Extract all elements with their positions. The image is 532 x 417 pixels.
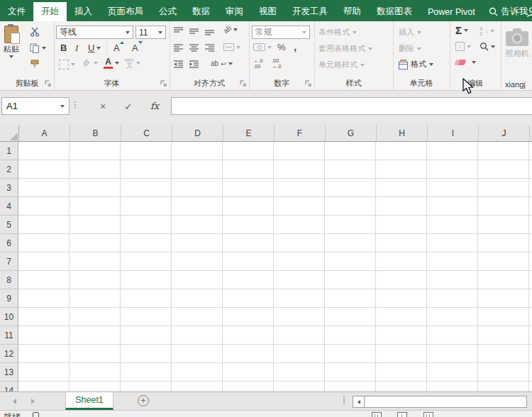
grid-cell[interactable] (121, 308, 172, 326)
name-box-caret[interactable] (60, 105, 65, 108)
grid-cell[interactable] (376, 160, 427, 179)
grid-cell[interactable] (427, 234, 478, 252)
grid-cell[interactable] (223, 216, 274, 234)
grid-cell[interactable] (172, 142, 223, 160)
font-size-combo[interactable]: 11 (135, 26, 166, 39)
grid-cell[interactable] (70, 197, 121, 216)
row-header-2[interactable]: 2 (0, 160, 18, 179)
grid-cell[interactable] (18, 234, 70, 252)
accounting-caret[interactable] (267, 46, 272, 49)
grid-cell[interactable] (70, 363, 121, 382)
grid-cell[interactable] (274, 160, 325, 179)
grid-cell[interactable] (427, 216, 478, 234)
grid-cell[interactable] (172, 289, 223, 308)
grid-cell[interactable] (325, 160, 376, 179)
orientation-button[interactable]: ab (223, 26, 238, 33)
grid-cell[interactable] (172, 345, 223, 363)
grid-cell[interactable] (223, 197, 274, 216)
percent-button[interactable]: % (277, 42, 286, 52)
font-size-caret[interactable] (158, 31, 162, 34)
grid-cell[interactable] (529, 308, 532, 326)
menu-tab-power-pivot[interactable]: Power Pivot (420, 2, 483, 21)
grid-cell[interactable] (478, 160, 529, 179)
grid-cell[interactable] (478, 382, 529, 391)
grid-cell[interactable] (478, 326, 529, 345)
grid-cell[interactable] (427, 271, 478, 289)
grid-cell[interactable] (325, 216, 376, 234)
menu-tab-file[interactable]: 文件 (0, 2, 33, 21)
grid-cell[interactable] (478, 308, 529, 326)
grid-cell[interactable] (325, 308, 376, 326)
number-format-caret[interactable] (302, 31, 306, 34)
grid-cell[interactable] (376, 289, 427, 308)
grid-cell[interactable] (223, 179, 274, 197)
grid-cell[interactable] (529, 363, 532, 382)
align-left-button[interactable] (174, 43, 183, 52)
row-header-14[interactable]: 14 (0, 382, 18, 391)
horizontal-scrollbar[interactable] (353, 396, 527, 408)
column-header-J[interactable]: J (479, 125, 530, 141)
number-dialog-launcher[interactable] (305, 80, 312, 87)
grid-cell[interactable] (376, 326, 427, 345)
grid-cell[interactable] (121, 142, 172, 160)
grid-cell[interactable] (121, 216, 172, 234)
grid-cell[interactable] (427, 252, 478, 271)
grid-cell[interactable] (223, 308, 274, 326)
column-header-H[interactable]: H (377, 125, 428, 141)
borders-caret[interactable] (71, 63, 75, 66)
grid-cell[interactable] (325, 271, 376, 289)
grid-cell[interactable] (529, 326, 532, 345)
grid-cell[interactable] (172, 382, 223, 391)
format-as-table-button[interactable]: 套用表格格式 (318, 43, 372, 54)
grid-cell[interactable] (121, 179, 172, 197)
cell-styles-caret[interactable] (360, 64, 365, 67)
format-cells-button[interactable]: 格式 (399, 59, 433, 70)
grid-cell[interactable] (121, 326, 172, 345)
menu-tab-formulas[interactable]: 公式 (151, 2, 184, 21)
enter-button[interactable]: ✓ (119, 97, 138, 115)
accounting-format-button[interactable] (253, 43, 272, 51)
find-caret[interactable] (491, 45, 495, 48)
align-center-button[interactable] (189, 43, 199, 52)
name-box[interactable]: A1 (1, 97, 70, 115)
tell-me-box[interactable]: 告诉我 (483, 2, 532, 21)
row-header-3[interactable]: 3 (0, 179, 18, 197)
row-header-12[interactable]: 12 (0, 345, 18, 363)
grid-cell[interactable] (325, 197, 376, 216)
merge-center-button[interactable] (223, 43, 240, 51)
grid-cell[interactable] (121, 363, 172, 382)
grid-cell[interactable] (18, 160, 70, 179)
user-icon[interactable] (526, 6, 532, 18)
grid-cell[interactable] (223, 160, 274, 179)
scroll-left-button[interactable] (353, 396, 365, 408)
grid-cell[interactable] (529, 234, 532, 252)
grid-cell[interactable] (529, 289, 532, 308)
grid-cell[interactable] (121, 271, 172, 289)
tab-scroll-splitter[interactable] (343, 396, 345, 404)
grid-cell[interactable] (18, 308, 70, 326)
grid-cell[interactable] (223, 326, 274, 345)
italic-button[interactable]: I (75, 43, 78, 54)
grid-cell[interactable] (70, 382, 121, 391)
grid-cell[interactable] (478, 289, 529, 308)
select-all-button[interactable] (0, 125, 19, 141)
number-format-combo[interactable]: 常规 (252, 26, 310, 39)
grid-cell[interactable] (427, 363, 478, 382)
grid-cell[interactable] (376, 363, 427, 382)
grid-cell[interactable] (529, 271, 532, 289)
grid-cell[interactable] (376, 179, 427, 197)
grid-cell[interactable] (223, 363, 274, 382)
grid-cell[interactable] (18, 252, 70, 271)
grid-cell[interactable] (325, 326, 376, 345)
sheet-tab-sheet1[interactable]: Sheet1 (65, 392, 113, 410)
grid-cell[interactable] (478, 179, 529, 197)
grid-cell[interactable] (478, 345, 529, 363)
grid-cell[interactable] (427, 160, 478, 179)
align-middle-button[interactable] (189, 27, 199, 35)
grid-cell[interactable] (121, 252, 172, 271)
menu-tab-view[interactable]: 视图 (251, 2, 284, 21)
grid-cell[interactable] (325, 382, 376, 391)
cell-styles-button[interactable]: 单元格样式 (318, 60, 365, 70)
format-painter-button[interactable] (30, 60, 40, 70)
grid-cell[interactable] (18, 271, 70, 289)
